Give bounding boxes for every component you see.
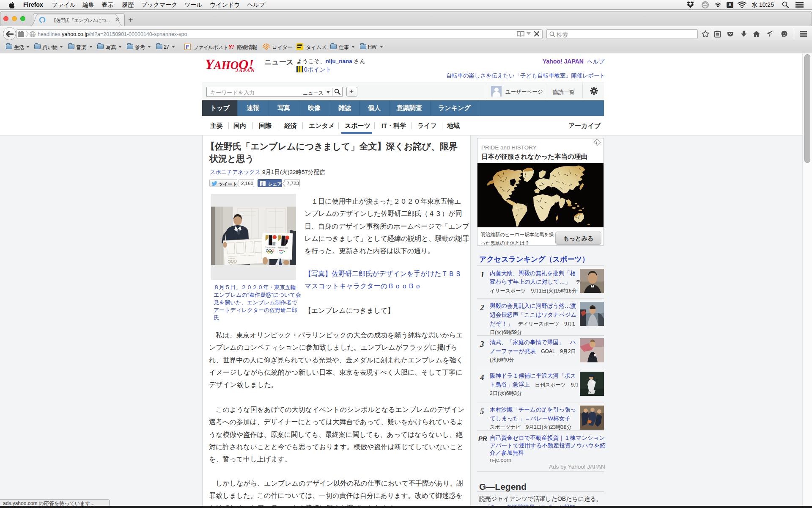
svg-text:TOKYO 2020: TOKYO 2020 [278,247,288,249]
svg-text:TOKYO 2020: TOKYO 2020 [265,246,275,249]
